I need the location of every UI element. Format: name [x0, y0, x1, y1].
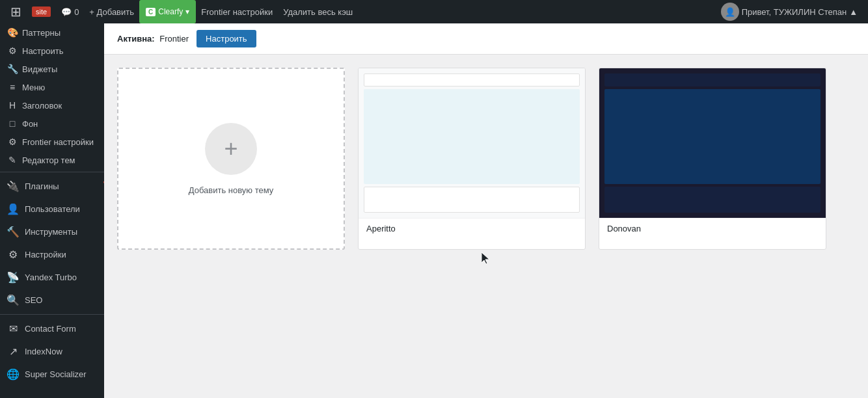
theme-aperitto-name: Aperitto — [366, 224, 396, 233]
theme-donovan-footer: Donovan — [599, 218, 826, 239]
clear-cache-label: Удалить весь кэш — [283, 7, 353, 17]
tools-icon: 🔨 — [7, 226, 20, 238]
sidebar-item-label: Настройки — [25, 250, 66, 259]
sidebar-item-index-now[interactable]: ↗ IndexNow — [0, 340, 104, 363]
sidebar-item-label: Contact Form — [25, 324, 76, 334]
clearfy-dropdown-icon: ▾ — [185, 7, 189, 16]
frontier-settings-label: Frontier настройки — [201, 7, 273, 17]
comment-icon: 💬 — [61, 7, 72, 17]
plugins-icon: 🔌 — [7, 180, 20, 192]
avatar: 👤 — [721, 3, 739, 21]
sidebar-item-label: Инструменты — [25, 227, 77, 237]
seo-icon: 🔍 — [7, 294, 20, 306]
sidebar-item-customize[interactable]: ⚙ Настроить — [0, 42, 104, 60]
super-socializer-icon: 🌐 — [7, 368, 20, 380]
greeting-label: Привет, ТУЖИЛИН Степан — [742, 7, 847, 17]
settings-icon: ⚙ — [7, 248, 20, 261]
comments-count: 0 — [74, 7, 79, 17]
sidebar-item-widgets[interactable]: 🔧 Виджеты — [0, 60, 104, 78]
patterns-icon: 🎨 — [7, 27, 18, 38]
sidebar-item-contact-form[interactable]: ✉ Contact Form — [0, 317, 104, 340]
yandex-icon: 📡 — [7, 271, 20, 284]
header-icon: H — [7, 100, 18, 111]
index-now-icon: ↗ — [7, 345, 20, 358]
add-circle: + — [205, 123, 257, 175]
themes-grid: + Добавить новую тему Aperitto — [104, 55, 868, 263]
theme-aperitto-footer: Aperitto — [359, 218, 585, 239]
arrow-icon: ➜ — [100, 175, 104, 192]
sidebar-item-label: Yandex Turbo — [25, 272, 77, 282]
admin-bar-clear-cache[interactable]: Удалить весь кэш — [278, 0, 358, 23]
sidebar-item-label: SEO — [25, 295, 42, 305]
widgets-icon: 🔧 — [7, 64, 18, 74]
sidebar-item-label: Super Socializer — [25, 369, 87, 379]
theme-card-donovan[interactable]: Donovan — [599, 68, 826, 250]
customize-button[interactable]: Настроить — [197, 30, 256, 47]
sidebar-item-plugins[interactable]: 🔌 Плагины ➜ — [0, 175, 104, 198]
sidebar-divider-1 — [0, 172, 104, 172]
admin-bar: ⊞ site 💬 0 + Добавить C Clearfy ▾ Fronti… — [0, 0, 868, 23]
add-new-label: + Добавить — [89, 7, 134, 17]
admin-bar-add-new[interactable]: + Добавить — [84, 0, 139, 23]
sidebar-item-theme-editor[interactable]: ✎ Редактор тем — [0, 151, 104, 169]
themes-toolbar: Активна: Frontier Настроить — [104, 23, 868, 55]
active-theme-name: Frontier — [159, 34, 189, 44]
theme-donovan-name: Donovan — [607, 224, 641, 233]
sidebar-item-label: Паттерны — [22, 28, 61, 38]
sidebar-item-label: Меню — [22, 83, 45, 92]
users-icon: 👤 — [7, 203, 20, 215]
sidebar-item-yandex-turbo[interactable]: 📡 Yandex Turbo — [0, 266, 104, 289]
theme-editor-icon: ✎ — [7, 155, 18, 165]
theme-aperitto-preview — [359, 68, 585, 218]
layout: 🎨 Паттерны ⚙ Настроить 🔧 Виджеты ≡ Меню … — [0, 23, 868, 398]
sidebar-item-super-socializer[interactable]: 🌐 Super Socializer — [0, 363, 104, 386]
sidebar-divider-2 — [0, 314, 104, 315]
sidebar-item-label: IndexNow — [25, 347, 62, 356]
sidebar-item-users[interactable]: 👤 Пользователи — [0, 198, 104, 220]
admin-bar-greeting[interactable]: 👤 Привет, ТУЖИЛИН Степан ▲ — [716, 0, 863, 23]
sidebar: 🎨 Паттерны ⚙ Настроить 🔧 Виджеты ≡ Меню … — [0, 23, 104, 398]
sidebar-item-tools[interactable]: 🔨 Инструменты — [0, 220, 104, 243]
sidebar-item-label: Виджеты — [22, 64, 57, 74]
sidebar-item-patterns[interactable]: 🎨 Паттерны — [0, 23, 104, 42]
sidebar-item-label: Настроить — [22, 46, 64, 56]
sidebar-item-menu[interactable]: ≡ Меню — [0, 78, 104, 96]
admin-bar-comments[interactable]: 💬 0 — [56, 0, 84, 23]
clearfy-label: Clearfy — [158, 7, 183, 16]
admin-bar-clearfy[interactable]: C Clearfy ▾ — [139, 0, 196, 23]
wp-logo[interactable]: ⊞ — [5, 0, 27, 23]
contact-form-icon: ✉ — [7, 323, 20, 335]
background-icon: □ — [7, 118, 18, 129]
active-theme-label: Активна: Frontier — [117, 34, 189, 44]
frontier-icon: ⚙ — [7, 137, 18, 147]
plus-icon: + — [224, 135, 237, 163]
add-new-label: Добавить новую тему — [189, 185, 274, 195]
sidebar-item-settings[interactable]: ⚙ Настройки — [0, 243, 104, 266]
sidebar-item-label: Плагины — [25, 181, 59, 191]
admin-bar-right: 👤 Привет, ТУЖИЛИН Степан ▲ — [716, 0, 863, 23]
add-new-theme-card[interactable]: + Добавить новую тему — [117, 68, 345, 250]
sidebar-item-label: Frontier настройки — [22, 137, 94, 147]
admin-bar-frontier-settings[interactable]: Frontier настройки — [196, 0, 278, 23]
main-content: Активна: Frontier Настроить + Добавить н… — [104, 23, 868, 398]
theme-card-aperitto[interactable]: Aperitto — [358, 68, 586, 250]
sidebar-item-seo[interactable]: 🔍 SEO — [0, 289, 104, 312]
theme-donovan-preview — [599, 68, 826, 218]
sidebar-item-header[interactable]: H Заголовок — [0, 96, 104, 114]
sidebar-item-label: Фон — [22, 119, 38, 129]
sidebar-item-label: Пользователи — [25, 204, 80, 214]
admin-bar-site[interactable]: site — [27, 0, 56, 23]
sidebar-item-label: Редактор тем — [22, 155, 75, 165]
customize-icon: ⚙ — [7, 46, 18, 56]
sidebar-item-label: Заголовок — [22, 101, 62, 111]
sidebar-item-background[interactable]: □ Фон — [0, 114, 104, 133]
sidebar-item-frontier-settings[interactable]: ⚙ Frontier настройки — [0, 133, 104, 151]
menu-icon: ≡ — [7, 82, 18, 92]
